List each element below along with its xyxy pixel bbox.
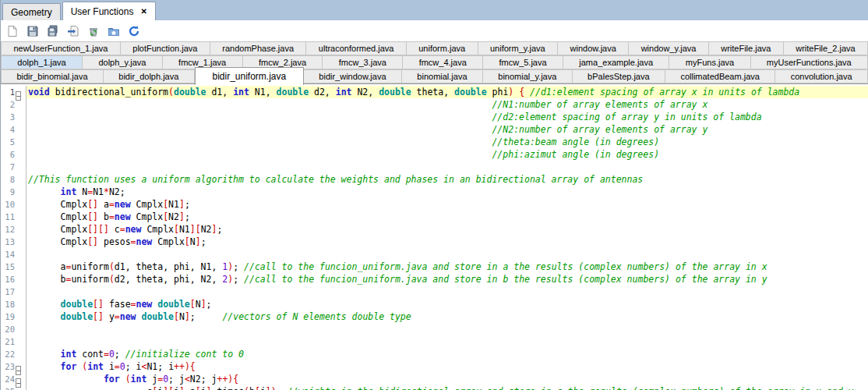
file-tab[interactable]: window.java <box>558 41 629 55</box>
line-number: 25 <box>5 385 15 390</box>
code-text[interactable]: //N2:number of array elements of array y <box>26 123 868 136</box>
gutter: 4 <box>1 123 26 136</box>
new-file-icon[interactable] <box>5 23 20 39</box>
window-tab-user-functions[interactable]: User Functions ✕ <box>62 2 156 20</box>
code-line: 10 Cmplx[] a=new Cmplx[N1]; <box>1 198 868 211</box>
file-tab[interactable]: randomPhase.java <box>210 41 307 55</box>
gutter: 17 <box>1 285 26 298</box>
line-number: 10 <box>5 198 15 211</box>
code-text[interactable]: Cmplx[] a=new Cmplx[N1]; <box>26 198 868 211</box>
code-text[interactable]: //theta:beam angle (in degrees) <box>26 136 868 148</box>
code-text[interactable] <box>26 323 868 335</box>
line-number: 12 <box>5 223 15 236</box>
close-icon[interactable]: ✕ <box>140 8 146 16</box>
code-text[interactable] <box>26 285 868 298</box>
file-tab[interactable]: newUserFunction_1.java <box>1 41 121 55</box>
recycle-icon[interactable] <box>86 23 101 39</box>
code-line: 20 <box>1 323 868 335</box>
file-tab[interactable]: fmcw_5.java <box>483 55 563 69</box>
code-text[interactable]: void bidirectional_uniform(double d1, in… <box>26 86 868 98</box>
gutter: 1− <box>1 86 26 98</box>
code-editor[interactable]: 1−void bidirectional_uniform(double d1, … <box>1 84 868 390</box>
code-text[interactable] <box>26 161 868 173</box>
file-tab[interactable]: binomial.java <box>402 69 483 83</box>
file-tab[interactable]: bidir_binomial.java <box>1 69 104 83</box>
file-tab[interactable]: bidir_window.java <box>304 69 402 83</box>
gutter: 16 <box>1 273 26 285</box>
file-tab[interactable]: dolph_y.java <box>83 55 163 69</box>
line-number: 20 <box>5 323 15 335</box>
line-number: 8 <box>10 173 15 186</box>
window-tab-geometry[interactable]: Geometry <box>2 3 61 20</box>
gutter: 12 <box>1 223 26 236</box>
line-number: 3 <box>10 111 15 123</box>
code-text[interactable]: Cmplx[] b=new Cmplx[N2]; <box>26 211 868 223</box>
file-tab[interactable]: bPalesStep.java <box>573 69 665 83</box>
file-tab[interactable]: uniform_y.java <box>478 41 559 55</box>
code-line: 8//This function uses a uniform algorith… <box>1 173 868 186</box>
home-folder-icon[interactable] <box>106 23 122 39</box>
file-tab[interactable]: writeFile_2.java <box>784 41 868 55</box>
code-text[interactable]: for (int j=0; j<N2; j++){ <box>26 373 868 385</box>
code-text[interactable]: double[] y=new double[N]; //vectors of N… <box>26 310 868 323</box>
gutter: 15 <box>1 261 26 273</box>
file-tab[interactable]: myFuns.java <box>669 55 750 69</box>
code-text[interactable]: int cont=0; //initialize cont to 0 <box>26 348 868 360</box>
gutter: 11 <box>1 211 26 223</box>
gutter: 18 <box>1 298 26 310</box>
line-number: 4 <box>10 123 15 136</box>
file-tab[interactable]: ultraconformed.java <box>306 41 406 55</box>
file-tab[interactable]: bidir_dolph.java <box>104 69 195 83</box>
code-text[interactable]: //phi:azimut angle (in degrees) <box>26 148 868 161</box>
file-tab[interactable]: convolution.java <box>775 69 868 83</box>
file-tab[interactable]: binomial_y.java <box>483 69 573 83</box>
gutter: 6 <box>1 148 26 161</box>
code-text[interactable]: double[] fase=new double[N]; <box>26 298 868 310</box>
file-tab[interactable]: bidir_uniform.java <box>195 67 304 85</box>
save-icon[interactable] <box>25 23 41 39</box>
code-text[interactable] <box>26 335 868 348</box>
file-tab[interactable]: uniform.java <box>407 41 478 55</box>
line-number: 24 <box>5 373 15 385</box>
code-line: 14 <box>1 248 868 261</box>
code-text[interactable]: a=uniform(d1, theta, phi, N1, 1); //call… <box>26 261 868 273</box>
line-number: 1 <box>10 86 15 98</box>
file-tab[interactable]: fmcw_3.java <box>323 55 403 69</box>
code-text[interactable]: Cmplx[] pesos=new Cmplx[N]; <box>26 236 868 248</box>
code-text[interactable]: //N1:number of array elements of array x <box>26 98 868 111</box>
code-text[interactable]: c[i][j]=a[i].times(b[j]); //weights in t… <box>26 385 868 390</box>
line-number: 15 <box>5 261 15 273</box>
code-text[interactable]: //d2:element spacing of array y in units… <box>26 111 868 123</box>
file-tab[interactable]: myUserFunctions.java <box>751 55 868 69</box>
file-tab[interactable]: window_y.java <box>629 41 709 55</box>
line-number: 6 <box>10 148 15 161</box>
save-all-icon[interactable] <box>45 23 61 39</box>
code-text[interactable]: Cmplx[][] c=new Cmplx[N1][N2]; <box>26 223 868 236</box>
refresh-icon[interactable] <box>126 23 142 39</box>
code-line: 19 double[] y=new double[N]; //vectors o… <box>1 310 868 323</box>
code-line: 11 Cmplx[] b=new Cmplx[N2]; <box>1 211 868 223</box>
gutter: 23− <box>1 360 26 373</box>
code-text[interactable]: int N=N1*N2; <box>26 186 868 198</box>
file-tab[interactable]: collimatedBeam.java <box>665 69 775 83</box>
code-line: 1−void bidirectional_uniform(double d1, … <box>1 86 868 98</box>
file-tab[interactable]: writeFile.java <box>709 41 784 55</box>
code-line: 2 //N1:number of array elements of array… <box>1 98 868 111</box>
code-line: 12 Cmplx[][] c=new Cmplx[N1][N2]; <box>1 223 868 236</box>
gutter: 9 <box>1 186 26 198</box>
code-text[interactable]: b=uniform(d2, theta, phi, N2, 2); //call… <box>26 273 868 285</box>
file-tab[interactable]: jama_example.java <box>563 55 669 69</box>
file-tab[interactable]: dolph_1.java <box>1 55 83 69</box>
import-icon[interactable] <box>65 23 81 39</box>
gutter: 10 <box>1 198 26 211</box>
gutter: 19 <box>1 310 26 323</box>
line-number: 17 <box>5 285 15 298</box>
code-text[interactable] <box>26 248 868 261</box>
file-tab[interactable]: plotFunction.java <box>121 41 210 55</box>
code-line: 18 double[] fase=new double[N]; <box>1 298 868 310</box>
code-line: 15 a=uniform(d1, theta, phi, N1, 1); //c… <box>1 261 868 273</box>
code-line: 16 b=uniform(d2, theta, phi, N2, 2); //c… <box>1 273 868 285</box>
code-text[interactable]: //This function uses a uniform algorithm… <box>26 173 868 186</box>
file-tab[interactable]: fmcw_4.java <box>403 55 483 69</box>
code-text[interactable]: for (int i=0; i<N1; i++){ <box>26 360 868 373</box>
